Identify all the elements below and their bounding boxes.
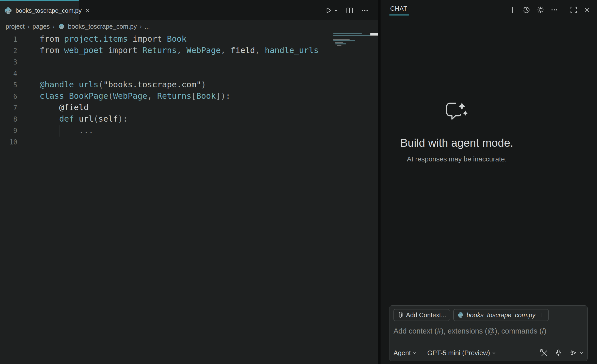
add-file-plus-icon[interactable]	[539, 312, 545, 318]
agent-mode-picker[interactable]: Agent	[394, 349, 417, 357]
editor-toolbar	[325, 1, 369, 20]
chat-empty-state: Build with agent mode. AI responses may …	[381, 101, 533, 163]
agent-mode-label: Agent	[394, 349, 411, 357]
copilot-chat-sparkle-icon	[445, 101, 469, 124]
line-number[interactable]: 8	[0, 114, 17, 125]
line-text[interactable]: from project.items import Book	[40, 34, 186, 44]
line-text[interactable]: @handle_urls("books.toscrape.com")	[40, 80, 206, 89]
toolbar-divider	[564, 6, 564, 14]
chat-panel-title[interactable]: CHAT	[390, 5, 407, 12]
settings-gear-icon[interactable]	[536, 6, 545, 14]
line-text[interactable]: from web_poet import Returns, WebPage, f…	[40, 45, 319, 55]
line-number[interactable]: 5	[0, 79, 17, 91]
chat-input-controls: Agent GPT-5 mini (Preview)	[394, 349, 583, 357]
code-line[interactable]: 3	[0, 56, 325, 68]
code-lines[interactable]: 1from project.items import Book2from web…	[0, 33, 325, 147]
empty-state-subtitle: AI responses may be inaccurate.	[381, 155, 533, 163]
chat-input-placeholder[interactable]: Add context (#), extensions (@), command…	[394, 327, 583, 335]
context-file-chip[interactable]: books_toscrape_com.py	[453, 309, 549, 321]
breadcrumb-item-pages[interactable]: pages	[33, 23, 50, 30]
chat-panel: CHAT	[381, 0, 597, 364]
code-line[interactable]: 2from web_poet import Returns, WebPage, …	[0, 45, 325, 56]
breadcrumb-overflow[interactable]: ...	[145, 23, 150, 30]
code-line[interactable]: 8 def url(self):	[0, 113, 325, 125]
microphone-icon[interactable]	[555, 349, 562, 357]
breadcrumb-item-file[interactable]: books_toscrape_com.py	[68, 23, 137, 30]
tab-close-icon[interactable]	[85, 8, 90, 13]
chat-title-underline	[389, 14, 409, 15]
chat-input-box[interactable]: Add Context... books_toscrape_com.py Add…	[389, 305, 588, 361]
code-line[interactable]: 7 @field	[0, 102, 325, 113]
breadcrumb-item-project[interactable]: project	[6, 23, 25, 30]
code-line[interactable]: 1from project.items import Book	[0, 33, 325, 45]
line-number[interactable]: 3	[0, 57, 17, 68]
line-number[interactable]: 6	[0, 91, 17, 102]
chat-history-icon[interactable]	[522, 6, 531, 14]
model-label: GPT-5 mini (Preview)	[427, 349, 490, 357]
line-text[interactable]: class BookPage(WebPage, Returns[Book]):	[40, 91, 230, 101]
python-icon	[4, 7, 12, 15]
editor-more-actions-icon[interactable]	[361, 7, 369, 14]
close-panel-icon[interactable]	[583, 6, 590, 13]
empty-state-title: Build with agent mode.	[381, 137, 533, 149]
chat-more-actions-icon[interactable]	[551, 6, 558, 14]
line-number[interactable]: 7	[0, 102, 17, 114]
paperclip-icon	[397, 312, 403, 318]
editor-tab-bar: books_toscrape_com.py	[0, 0, 378, 20]
editor-pane: books_toscrape_com.py	[0, 0, 378, 364]
indent-guide	[59, 125, 59, 137]
chat-actions	[508, 5, 590, 15]
minimap-slider[interactable]	[370, 33, 378, 36]
code-line[interactable]: 5@handle_urls("books.toscrape.com")	[0, 79, 325, 90]
code-line[interactable]: 6class BookPage(WebPage, Returns[Book]):	[0, 90, 325, 102]
add-context-label: Add Context...	[406, 311, 446, 319]
add-context-button[interactable]: Add Context...	[394, 309, 450, 321]
python-icon	[457, 312, 464, 318]
configure-tools-icon[interactable]	[540, 349, 547, 357]
line-number[interactable]: 1	[0, 34, 17, 45]
model-picker[interactable]: GPT-5 mini (Preview)	[427, 349, 496, 357]
indent-guide	[40, 103, 40, 137]
breadcrumb-separator-icon: ›	[140, 23, 142, 30]
context-chips-row: Add Context... books_toscrape_com.py	[394, 309, 583, 321]
run-button[interactable]	[325, 7, 338, 14]
line-number[interactable]: 4	[0, 68, 17, 79]
breadcrumb-separator-icon: ›	[53, 23, 55, 30]
new-chat-icon[interactable]	[508, 6, 516, 14]
breadcrumb-separator-icon: ›	[27, 23, 30, 30]
line-number[interactable]: 2	[0, 45, 17, 57]
maximize-panel-icon[interactable]	[570, 6, 578, 14]
tab-books-toscrape[interactable]: books_toscrape_com.py	[0, 0, 79, 20]
send-dropdown-chevron-icon[interactable]	[579, 351, 583, 355]
code-line[interactable]: 9 ...	[0, 125, 325, 136]
code-line[interactable]: 4	[0, 68, 325, 79]
line-number[interactable]: 9	[0, 125, 17, 137]
split-editor-icon[interactable]	[346, 7, 353, 14]
line-text[interactable]: def url(self):	[40, 114, 128, 124]
code-line[interactable]: 10	[0, 136, 325, 147]
run-dropdown-chevron-icon[interactable]	[334, 8, 338, 12]
python-icon	[58, 23, 65, 30]
line-text[interactable]: @field	[40, 103, 89, 112]
line-number[interactable]: 10	[0, 137, 17, 148]
minimap[interactable]	[333, 33, 371, 48]
send-button-icon[interactable]	[569, 349, 577, 357]
breadcrumb: project › pages › books_toscrape_com.py …	[0, 20, 378, 33]
tab-title[interactable]: books_toscrape_com.py	[15, 7, 82, 14]
line-text[interactable]: ...	[40, 125, 93, 135]
context-file-name: books_toscrape_com.py	[466, 311, 535, 319]
